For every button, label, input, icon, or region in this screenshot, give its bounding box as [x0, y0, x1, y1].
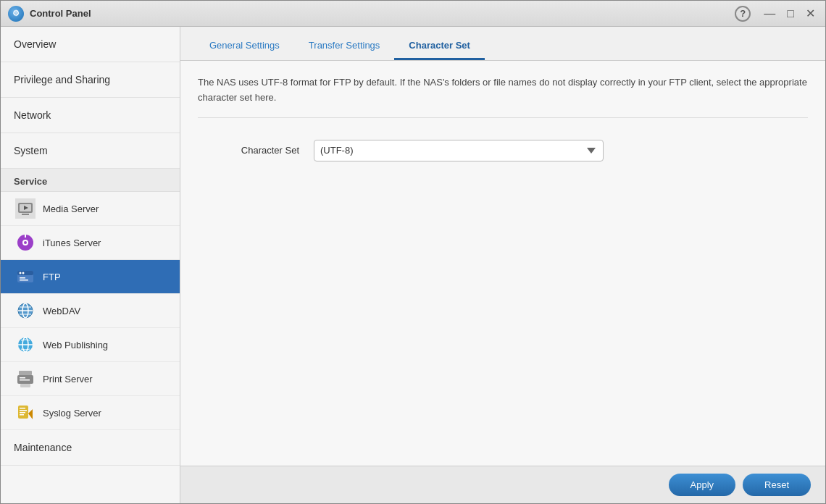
- character-set-select[interactable]: (UTF-8) Big5 GB2312 ISO-8859-1 Shift-JIS…: [314, 140, 604, 161]
- itunes-server-icon: [15, 232, 36, 253]
- media-server-icon: [15, 198, 36, 219]
- svg-rect-25: [20, 379, 30, 381]
- content-area: General Settings Transfer Settings Chara…: [180, 27, 825, 503]
- sidebar-item-media-server[interactable]: Media Server: [1, 192, 180, 226]
- ftp-icon: [15, 266, 36, 287]
- content-body: The NAS uses UTF-8 format for FTP by def…: [180, 61, 825, 466]
- sidebar-item-itunes-server[interactable]: iTunes Server: [1, 226, 180, 260]
- title-bar: ⚙ Control Panel ? — □ ✕: [1, 1, 825, 27]
- syslog-server-icon: [15, 403, 36, 423]
- sidebar-item-ftp[interactable]: FTP: [1, 260, 180, 294]
- character-set-label: Character Set: [198, 145, 299, 156]
- sidebar-item-network[interactable]: Network: [1, 98, 180, 133]
- svg-point-10: [20, 272, 22, 274]
- bottom-bar: Apply Reset: [180, 466, 825, 503]
- sidebar-item-maintenance[interactable]: Maintenance: [1, 430, 180, 466]
- reset-button[interactable]: Reset: [743, 474, 811, 496]
- svg-point-6: [24, 241, 27, 244]
- webdav-icon: [15, 301, 36, 321]
- svg-point-11: [22, 272, 25, 274]
- svg-rect-3: [22, 214, 29, 215]
- svg-rect-26: [20, 384, 30, 387]
- character-set-row: Character Set (UTF-8) Big5 GB2312 ISO-88…: [198, 140, 808, 161]
- sidebar-item-web-publishing[interactable]: Web Publishing: [1, 328, 180, 362]
- minimize-button[interactable]: —: [761, 6, 778, 22]
- info-text: The NAS uses UTF-8 format for FTP by def…: [198, 75, 808, 118]
- tab-character-set[interactable]: Character Set: [394, 34, 485, 60]
- window-controls: ? — □ ✕: [735, 5, 818, 22]
- web-publishing-icon: [15, 335, 36, 355]
- sidebar: Overview Privilege and Sharing Network S…: [1, 27, 180, 503]
- tab-bar: General Settings Transfer Settings Chara…: [180, 27, 825, 61]
- svg-rect-28: [20, 408, 25, 409]
- sidebar-item-webdav[interactable]: WebDAV: [1, 294, 180, 328]
- svg-rect-12: [20, 277, 25, 279]
- svg-rect-13: [20, 280, 28, 281]
- tab-general-settings[interactable]: General Settings: [195, 34, 294, 60]
- svg-rect-29: [20, 410, 27, 411]
- sidebar-item-system[interactable]: System: [1, 133, 180, 169]
- window-title: Control Panel: [30, 8, 735, 19]
- svg-rect-31: [20, 414, 24, 416]
- print-server-icon: [15, 369, 36, 389]
- svg-rect-22: [19, 371, 32, 375]
- close-button[interactable]: ✕: [803, 5, 818, 22]
- help-button[interactable]: ?: [735, 6, 751, 22]
- maximize-button[interactable]: □: [784, 6, 797, 22]
- main-content: Overview Privilege and Sharing Network S…: [1, 27, 825, 503]
- svg-rect-30: [20, 412, 25, 413]
- svg-rect-24: [20, 377, 25, 379]
- control-panel-window: ⚙ Control Panel ? — □ ✕ Overview Privile…: [0, 0, 826, 504]
- sidebar-item-syslog-server[interactable]: Syslog Server: [1, 396, 180, 430]
- sidebar-item-print-server[interactable]: Print Server: [1, 362, 180, 396]
- app-icon: ⚙: [8, 6, 24, 22]
- apply-button[interactable]: Apply: [669, 474, 736, 496]
- sidebar-item-overview[interactable]: Overview: [1, 27, 180, 62]
- sidebar-item-privilege[interactable]: Privilege and Sharing: [1, 62, 180, 98]
- service-section-header: Service: [1, 169, 180, 192]
- tab-transfer-settings[interactable]: Transfer Settings: [294, 34, 395, 60]
